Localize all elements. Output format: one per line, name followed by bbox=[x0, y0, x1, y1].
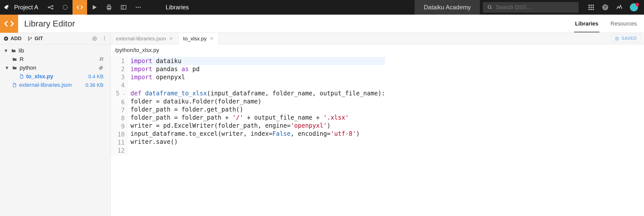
code-editor[interactable]: 12345 ▾6789101112 import dataikuimport p… bbox=[111, 56, 644, 156]
panel-icon[interactable] bbox=[116, 0, 131, 15]
svg-point-31 bbox=[94, 38, 95, 39]
tab-libraries[interactable]: Libraries bbox=[146, 0, 209, 15]
play-icon[interactable] bbox=[87, 0, 102, 15]
svg-point-0 bbox=[48, 7, 49, 8]
user-avatar[interactable] bbox=[630, 3, 638, 11]
tree-file-external-libs[interactable]: external-libraries.json 0.36 KB bbox=[0, 81, 111, 89]
tree-folder-r[interactable]: R R bbox=[0, 55, 111, 64]
svg-rect-36 bbox=[616, 39, 618, 40]
editor-pane: external-libraries.json ✕ to_xlsx.py ✕ S… bbox=[111, 33, 644, 216]
search-icon bbox=[487, 5, 492, 10]
svg-point-27 bbox=[28, 39, 29, 40]
print-icon[interactable] bbox=[102, 0, 116, 15]
svg-point-10 bbox=[138, 7, 139, 8]
line-gutter: 12345 ▾6789101112 bbox=[111, 56, 127, 156]
close-icon[interactable]: ✕ bbox=[169, 36, 173, 41]
saved-indicator: SAVED bbox=[611, 35, 640, 42]
svg-point-12 bbox=[488, 6, 491, 9]
svg-point-11 bbox=[139, 7, 140, 8]
svg-rect-18 bbox=[591, 7, 592, 8]
project-switcher[interactable]: Project A bbox=[0, 0, 43, 15]
svg-point-34 bbox=[104, 39, 105, 40]
file-path-breadcrumb: /python/to_xlsx.py bbox=[111, 44, 644, 56]
folder-icon bbox=[11, 48, 16, 53]
page-header: Library Editor Libraries Resources bbox=[0, 15, 644, 33]
python-icon bbox=[98, 65, 103, 70]
svg-rect-19 bbox=[593, 7, 594, 8]
svg-point-2 bbox=[52, 8, 53, 9]
r-lang-icon: R bbox=[99, 56, 103, 63]
svg-rect-5 bbox=[108, 5, 110, 7]
save-icon bbox=[615, 36, 619, 41]
svg-rect-17 bbox=[589, 7, 590, 8]
flow-icon[interactable] bbox=[43, 0, 58, 15]
folder-icon bbox=[12, 57, 17, 62]
top-nav: Project A Libraries Dataiku Academy ? bbox=[0, 0, 644, 15]
git-button[interactable]: GIT bbox=[27, 36, 43, 41]
code-icon[interactable] bbox=[73, 0, 87, 15]
editor-tabs: external-libraries.json ✕ to_xlsx.py ✕ S… bbox=[111, 33, 644, 44]
tree-folder-lib[interactable]: ▾ lib bbox=[0, 46, 111, 55]
svg-point-3 bbox=[63, 5, 67, 9]
tab-academy[interactable]: Dataiku Academy bbox=[415, 0, 480, 15]
folder-icon bbox=[12, 65, 17, 70]
svg-point-26 bbox=[28, 37, 29, 38]
file-tree: ▾ lib R R ▾ python to_xlsx.py 0.4 KB bbox=[0, 44, 111, 91]
svg-rect-35 bbox=[616, 37, 618, 38]
page-title: Library Editor bbox=[18, 19, 75, 29]
subtab-libraries[interactable]: Libraries bbox=[575, 15, 598, 33]
subtab-resources[interactable]: Resources bbox=[611, 15, 637, 33]
more-icon[interactable] bbox=[131, 0, 146, 15]
svg-point-32 bbox=[104, 36, 105, 37]
sidebar-toolbar: ADD GIT bbox=[0, 33, 111, 44]
svg-rect-21 bbox=[591, 9, 592, 10]
target-icon[interactable] bbox=[92, 36, 97, 41]
svg-point-1 bbox=[52, 5, 53, 6]
tree-folder-python[interactable]: ▾ python bbox=[0, 64, 111, 72]
code-source[interactable]: import dataikuimport pandas as pdimport … bbox=[127, 56, 388, 156]
svg-rect-22 bbox=[593, 9, 594, 10]
apps-icon[interactable] bbox=[588, 4, 595, 11]
circle-dashed-icon[interactable] bbox=[58, 0, 73, 15]
dataiku-logo-icon bbox=[3, 4, 10, 11]
svg-rect-20 bbox=[589, 9, 590, 10]
svg-point-9 bbox=[136, 7, 137, 8]
project-title: Project A bbox=[14, 4, 38, 11]
git-branch-icon bbox=[27, 36, 32, 41]
page-badge-icon bbox=[0, 15, 18, 33]
file-icon bbox=[12, 83, 17, 87]
svg-rect-7 bbox=[121, 5, 126, 9]
file-size: 0.4 KB bbox=[88, 74, 106, 79]
activity-icon[interactable] bbox=[616, 4, 623, 11]
kebab-icon[interactable] bbox=[102, 36, 107, 41]
top-toolbar bbox=[43, 0, 146, 15]
file-sidebar: ADD GIT ▾ lib R R ▾ bbox=[0, 33, 111, 216]
tree-file-to-xlsx[interactable]: to_xlsx.py 0.4 KB bbox=[0, 72, 111, 81]
file-size: 0.36 KB bbox=[86, 82, 106, 88]
svg-rect-15 bbox=[591, 5, 592, 6]
editor-tab-external-libs[interactable]: external-libraries.json ✕ bbox=[111, 33, 178, 44]
svg-line-13 bbox=[490, 8, 491, 9]
close-icon[interactable]: ✕ bbox=[210, 36, 213, 41]
plus-circle-icon bbox=[4, 36, 9, 41]
right-icons: ? bbox=[582, 3, 644, 11]
global-search[interactable] bbox=[483, 2, 579, 13]
svg-rect-14 bbox=[589, 5, 590, 6]
svg-rect-16 bbox=[593, 5, 594, 6]
add-button[interactable]: ADD bbox=[4, 36, 21, 41]
svg-text:?: ? bbox=[604, 5, 606, 10]
svg-point-28 bbox=[31, 37, 32, 38]
svg-point-33 bbox=[104, 38, 105, 39]
editor-tab-to-xlsx[interactable]: to_xlsx.py ✕ bbox=[178, 33, 219, 44]
help-icon[interactable]: ? bbox=[602, 4, 609, 11]
file-icon bbox=[19, 74, 24, 79]
search-input[interactable] bbox=[496, 4, 574, 11]
